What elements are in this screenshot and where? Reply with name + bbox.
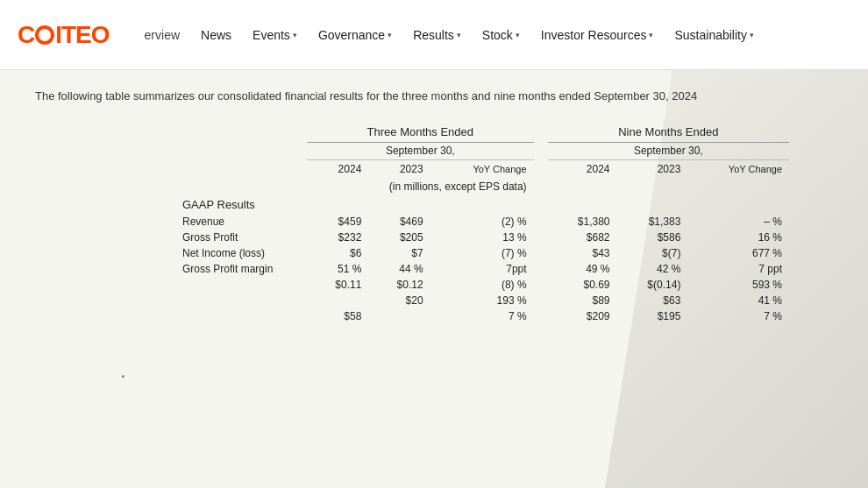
chevron-down-icon: ▾ (388, 31, 392, 39)
header: CITEO erview News Events ▾ Governance ▾ … (0, 0, 868, 70)
nav-item-news[interactable]: News (192, 21, 240, 49)
units-label: (in millions, except EPS data) (307, 178, 534, 195)
cell-v4: $1,383 (617, 214, 688, 230)
financial-table: Three Months Ended Nine Months Ended Sep… (175, 123, 789, 324)
logo[interactable]: CITEO (18, 21, 110, 49)
chevron-down-icon: ▾ (750, 31, 754, 39)
nav-item-stock[interactable]: Stock ▾ (473, 21, 529, 49)
cell-v3: $1,380 (548, 214, 617, 230)
chevron-down-icon: ▾ (457, 31, 461, 39)
financial-table-container: Three Months Ended Nine Months Ended Sep… (175, 123, 833, 324)
nav-item-events[interactable]: Events ▾ (244, 21, 306, 49)
cell-v1: $459 (307, 214, 368, 230)
row-label-net-income: Net Income (loss) (175, 245, 307, 261)
nav-item-sustainability[interactable]: Sustainability ▾ (665, 21, 763, 49)
col-year-2023-y: 2023 (617, 159, 688, 178)
table-row: Revenue $459 $469 (2) % $1,380 $1,383 – … (175, 214, 789, 230)
table-row: $0.11 $0.12 (8) % $0.69 $(0.14) 593 % (175, 277, 789, 293)
col-year-2023-q: 2023 (368, 159, 430, 178)
col-yoy1: YoY Change (430, 159, 534, 178)
table-row: Gross Profit margin 51 % 44 % 7ppt 49 % … (175, 261, 789, 277)
table-row: Net Income (loss) $6 $7 (7) % $43 $(7) 6… (175, 245, 789, 261)
row-label-gross-profit-margin: Gross Profit margin (175, 261, 307, 277)
cell-v2: $469 (368, 214, 430, 230)
intro-text: The following table summarizes our conso… (35, 88, 833, 105)
table-row: $20 193 % $89 $63 41 % (175, 293, 789, 308)
main-content: The following table summarizes our conso… (0, 70, 868, 333)
col-header-nine-months: Nine Months Ended (548, 123, 789, 143)
cell-yoy2: – % (687, 214, 789, 230)
cursor: ⬞ (118, 368, 128, 386)
cell-yoy1: (2) % (430, 214, 534, 230)
col-yoy2: YoY Change (687, 159, 789, 178)
col-year-2024-q: 2024 (307, 159, 368, 178)
row-label-gross-profit: Gross Profit (175, 230, 307, 245)
nav-item-investor-resources[interactable]: Investor Resources ▾ (532, 21, 663, 49)
section-label-gaap: GAAP Results (175, 195, 307, 214)
chevron-down-icon: ▾ (649, 31, 653, 39)
navigation: erview News Events ▾ Governance ▾ Result… (136, 21, 763, 49)
chevron-down-icon: ▾ (516, 31, 520, 39)
subheader-sep30-2: September 30, (548, 142, 789, 159)
col-year-2024-y: 2024 (548, 159, 617, 178)
logo-text: CITEO (18, 21, 110, 49)
table-row: $58 7 % $209 $195 7 % (175, 308, 789, 324)
nav-item-governance[interactable]: Governance ▾ (309, 21, 401, 49)
col-header-three-months: Three Months Ended (307, 123, 534, 143)
chevron-down-icon: ▾ (293, 31, 297, 39)
nav-item-overview[interactable]: erview (136, 21, 189, 49)
row-label-revenue: Revenue (175, 214, 307, 230)
subheader-sep30-1: September 30, (307, 142, 534, 159)
nav-item-results[interactable]: Results ▾ (404, 21, 470, 49)
table-row: Gross Profit $232 $205 13 % $682 $586 16… (175, 230, 789, 245)
